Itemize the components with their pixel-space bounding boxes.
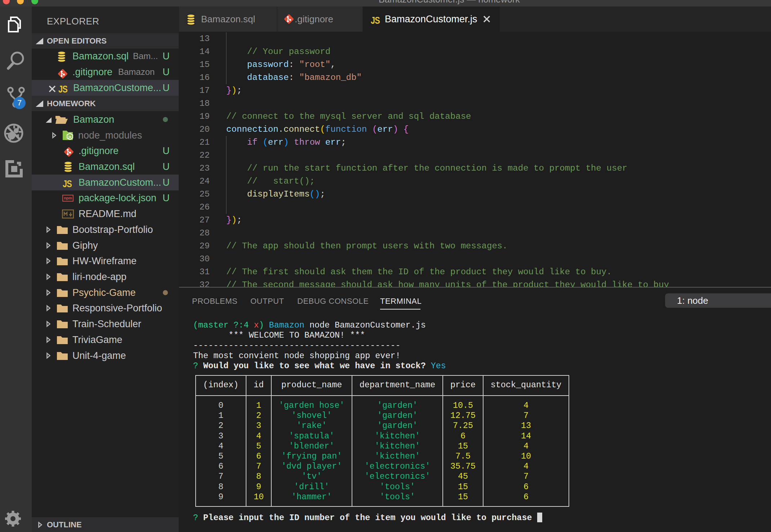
- svg-text:js: js: [68, 135, 71, 139]
